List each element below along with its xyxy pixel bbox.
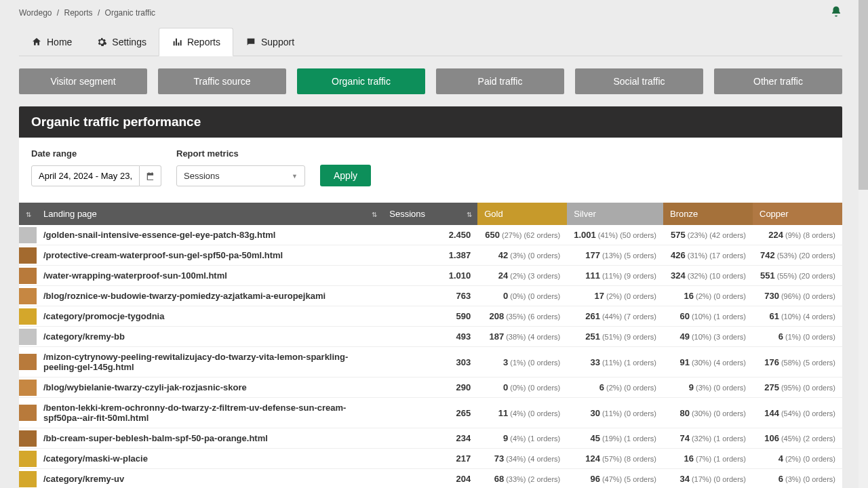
silver-cell: 1.001(41%) (50 orders)	[567, 225, 663, 245]
sessions-cell: 234	[382, 428, 477, 449]
gold-cell: 3(1%) (0 orders)	[477, 347, 567, 378]
row-swatch	[19, 306, 37, 327]
bronze-cell: 575(23%) (42 orders)	[663, 225, 753, 245]
gold-cell: 42(3%) (0 orders)	[477, 245, 567, 266]
date-picker-button[interactable]	[140, 165, 161, 186]
table-row: /protective-cream-waterproof-sun-gel-spf…	[19, 245, 842, 266]
bronze-cell: 91(30%) (4 orders)	[663, 347, 753, 378]
notifications-bell-icon[interactable]	[830, 5, 842, 20]
sessions-cell: 265	[382, 398, 477, 428]
row-swatch	[19, 378, 37, 398]
nav-support[interactable]: Support	[233, 28, 307, 56]
table-row: /category/kremy-uv20468(33%) (2 orders)9…	[19, 469, 842, 489]
sessions-cell: 217	[382, 449, 477, 469]
date-range-input[interactable]	[31, 165, 140, 186]
col-gold[interactable]: Gold	[477, 203, 567, 225]
breadcrumb-page: Organic traffic	[105, 8, 155, 18]
sessions-cell: 1.010	[382, 266, 477, 286]
tab-visitor-segment[interactable]: Visitor segment	[19, 68, 147, 94]
table-row: /mizon-cytrynowy-peeling-rewitalizujacy-…	[19, 347, 842, 378]
sort-icon: ⇅	[372, 210, 377, 218]
landing-page-cell[interactable]: /protective-cream-waterproof-sun-gel-spf…	[37, 245, 382, 266]
row-swatch	[19, 225, 37, 245]
col-landing-page[interactable]: Landing page⇅	[37, 203, 382, 225]
silver-cell: 45(19%) (1 orders)	[567, 428, 663, 449]
table-row: /blog/wybielanie-twarzy-czyli-jak-rozjas…	[19, 378, 842, 398]
landing-page-cell[interactable]: /benton-lekki-krem-ochronny-do-twarzy-z-…	[37, 398, 382, 428]
table-row: /bb-cream-super-beblesh-balm-spf-50-pa-o…	[19, 428, 842, 449]
row-swatch	[19, 327, 37, 347]
silver-cell: 30(11%) (0 orders)	[567, 398, 663, 428]
bronze-cell: 49(10%) (3 orders)	[663, 327, 753, 347]
tab-organic-traffic[interactable]: Organic traffic	[297, 68, 425, 94]
silver-cell: 251(51%) (9 orders)	[567, 327, 663, 347]
silver-cell: 124(57%) (8 orders)	[567, 449, 663, 469]
gold-cell: 68(33%) (2 orders)	[477, 469, 567, 489]
bronze-cell: 74(32%) (1 orders)	[663, 428, 753, 449]
landing-page-cell[interactable]: /blog/wybielanie-twarzy-czyli-jak-rozjas…	[37, 378, 382, 398]
col-swatch[interactable]: ⇅	[19, 203, 37, 225]
landing-page-cell[interactable]: /category/kremy-bb	[37, 327, 382, 347]
landing-page-cell[interactable]: /golden-snail-intensive-essence-gel-eye-…	[37, 225, 382, 245]
report-table: ⇅ Landing page⇅ Sessions⇅ Gold Silver Br…	[19, 203, 842, 488]
gold-cell: 0(0%) (0 orders)	[477, 378, 567, 398]
gold-cell: 0(0%) (0 orders)	[477, 286, 567, 306]
col-sessions[interactable]: Sessions⇅	[382, 203, 477, 225]
apply-button[interactable]: Apply	[320, 165, 371, 186]
copper-cell: 551(55%) (20 orders)	[753, 266, 842, 286]
sessions-cell: 290	[382, 378, 477, 398]
row-swatch	[19, 398, 37, 428]
row-swatch	[19, 347, 37, 378]
tab-other-traffic[interactable]: Other traffic	[714, 68, 842, 94]
nav-settings[interactable]: Settings	[84, 28, 159, 56]
report-metrics-value: Sessions	[184, 171, 220, 181]
row-swatch	[19, 245, 37, 266]
row-swatch	[19, 428, 37, 449]
silver-cell: 96(47%) (5 orders)	[567, 469, 663, 489]
bronze-cell: 80(30%) (0 orders)	[663, 398, 753, 428]
tab-social-traffic[interactable]: Social traffic	[575, 68, 703, 94]
breadcrumb-app[interactable]: Wordego	[19, 8, 52, 18]
silver-cell: 261(44%) (7 orders)	[567, 306, 663, 327]
gold-cell: 187(38%) (4 orders)	[477, 327, 567, 347]
tab-traffic-source[interactable]: Traffic source	[158, 68, 286, 94]
date-range-label: Date range	[31, 148, 161, 159]
row-swatch	[19, 469, 37, 489]
sessions-cell: 1.387	[382, 245, 477, 266]
breadcrumb-section[interactable]: Reports	[64, 8, 93, 18]
report-metrics-select[interactable]: Sessions ▼	[176, 165, 305, 186]
support-icon	[245, 37, 256, 47]
scrollbar[interactable]	[859, 0, 868, 488]
landing-page-cell[interactable]: /category/maski-w-placie	[37, 449, 382, 469]
sort-icon: ⇅	[26, 210, 31, 218]
copper-cell: 6(1%) (0 orders)	[753, 327, 842, 347]
sort-icon: ⇅	[467, 210, 472, 218]
landing-page-cell[interactable]: /bb-cream-super-beblesh-balm-spf-50-pa-o…	[37, 428, 382, 449]
silver-cell: 17(2%) (0 orders)	[567, 286, 663, 306]
col-bronze[interactable]: Bronze	[663, 203, 753, 225]
landing-page-cell[interactable]: /mizon-cytrynowy-peeling-rewitalizujacy-…	[37, 347, 382, 378]
tab-paid-traffic[interactable]: Paid traffic	[436, 68, 564, 94]
col-silver[interactable]: Silver	[567, 203, 663, 225]
bronze-cell: 426(31%) (17 orders)	[663, 245, 753, 266]
copper-cell: 176(58%) (5 orders)	[753, 347, 842, 378]
copper-cell: 61(10%) (4 orders)	[753, 306, 842, 327]
landing-page-cell[interactable]: /category/promocje-tygodnia	[37, 306, 382, 327]
table-row: /benton-lekki-krem-ochronny-do-twarzy-z-…	[19, 398, 842, 428]
row-swatch	[19, 286, 37, 306]
landing-page-cell[interactable]: /water-wrapping-waterproof-sun-100ml.htm…	[37, 266, 382, 286]
landing-page-cell[interactable]: /blog/roznice-w-budowie-twarzy-pomiedzy-…	[37, 286, 382, 306]
copper-cell: 106(45%) (2 orders)	[753, 428, 842, 449]
sessions-cell: 763	[382, 286, 477, 306]
landing-page-cell[interactable]: /category/kremy-uv	[37, 469, 382, 489]
nav-home[interactable]: Home	[19, 28, 84, 56]
sessions-cell: 204	[382, 469, 477, 489]
silver-cell: 111(11%) (9 orders)	[567, 266, 663, 286]
nav-reports[interactable]: Reports	[159, 28, 233, 56]
bronze-cell: 34(17%) (0 orders)	[663, 469, 753, 489]
silver-cell: 177(13%) (5 orders)	[567, 245, 663, 266]
col-copper[interactable]: Copper	[753, 203, 842, 225]
gold-cell: 73(34%) (4 orders)	[477, 449, 567, 469]
scrollbar-thumb[interactable]	[859, 0, 868, 190]
copper-cell: 742(53%) (20 orders)	[753, 245, 842, 266]
